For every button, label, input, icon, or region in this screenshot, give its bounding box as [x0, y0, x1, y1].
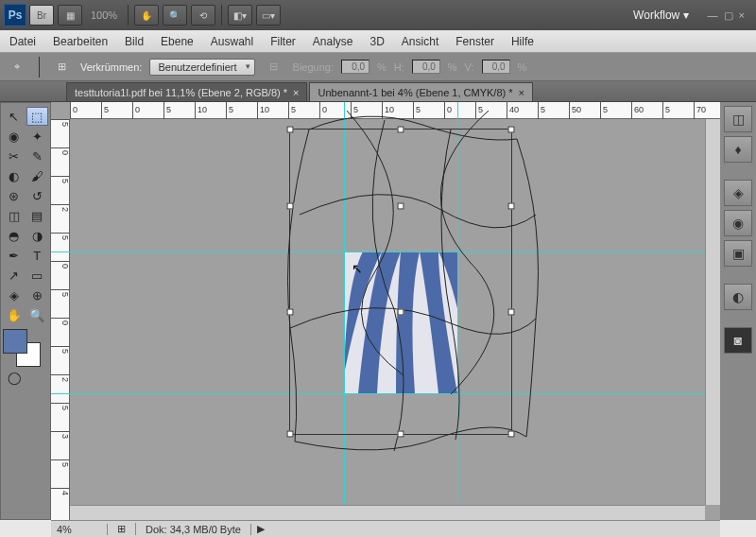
color-swatch[interactable] [3, 329, 46, 367]
menu-ebene[interactable]: Ebene [161, 35, 194, 48]
canvas[interactable]: ↖ [70, 119, 705, 505]
menu-3d[interactable]: 3D [370, 35, 385, 48]
workspace-switcher[interactable]: Workflow ▾ [624, 5, 697, 26]
cursor-icon: ↖ [352, 261, 363, 276]
hand-tool[interactable]: ✋ [3, 305, 26, 324]
h-field[interactable]: 0,0 [412, 60, 440, 74]
menu-bearbeiten[interactable]: Bearbeiten [53, 35, 108, 48]
options-bar: ⌖ ⊞ Verkrümmen: Benutzerdefiniert ⊟ Bieg… [0, 53, 756, 81]
dodge-tool[interactable]: ◑ [26, 226, 49, 245]
mask-tool[interactable]: ◯ [3, 368, 26, 387]
status-bar: 4% ⊞ Dok: 34,3 MB/0 Byte ▶ [51, 520, 720, 537]
document-tab[interactable]: testtutoria1l.pdf bei 11,1% (Ebene 2, RG… [66, 82, 307, 101]
app-logo: Ps [4, 4, 26, 26]
path-tool[interactable]: ↗ [3, 266, 26, 285]
3d-tool[interactable]: ◈ [3, 286, 26, 304]
menu-hilfe[interactable]: Hilfe [511, 35, 534, 48]
status-doc-info[interactable]: Dok: 34,3 MB/0 Byte [136, 524, 251, 535]
bend-label: Biegung: [293, 61, 334, 73]
scrollbar-vertical[interactable] [705, 119, 720, 505]
menu-bar: Datei Bearbeiten Bild Ebene Auswahl Filt… [0, 30, 756, 53]
tab-title: testtutoria1l.pdf bei 11,1% (Ebene 2, RG… [75, 87, 287, 98]
menu-fenster[interactable]: Fenster [455, 35, 494, 48]
tab-title: Unbenannt-1 bei 4% (Ebene 1, CMYK/8) * [318, 87, 512, 98]
orientation-icon[interactable]: ⊟ [263, 58, 285, 77]
workspace: ↖⬚ ◉✦ ✂✎ ◐🖌 ⊛↺ ◫▤ ◓◑ ✒T ↗▭ ◈⊕ ✋🔍 ◯ 05051… [0, 102, 756, 520]
pct: % [377, 61, 387, 73]
gradient-tool[interactable]: ▤ [26, 206, 49, 225]
right-panel-dock: ◫ ♦ ◈ ◉ ▣ ◐ ◙ [720, 102, 756, 520]
history-tool[interactable]: ↺ [26, 186, 49, 205]
status-arrow-icon[interactable]: ▶ [251, 523, 270, 535]
v-label: V: [465, 61, 474, 73]
film-icon[interactable]: ▦ [58, 5, 82, 26]
channels-icon[interactable]: ◉ [724, 210, 752, 236]
blur-tool[interactable]: ◓ [3, 226, 26, 245]
canvas-area: 0505105105051050540550560570 50525050525… [51, 102, 720, 520]
crop-tool[interactable]: ✂ [3, 147, 26, 165]
panel-icon[interactable]: ◫ [724, 106, 752, 132]
tab-close-icon[interactable]: × [519, 87, 524, 98]
wand-tool[interactable]: ✦ [26, 127, 49, 146]
menu-bild[interactable]: Bild [125, 35, 144, 48]
menu-auswahl[interactable]: Auswahl [211, 35, 253, 48]
status-zoom[interactable]: 4% [51, 524, 108, 535]
pct: % [448, 61, 457, 73]
minimize-icon[interactable]: — [708, 9, 718, 22]
close-icon[interactable]: × [739, 9, 745, 22]
zoom-icon[interactable]: 🔍 [163, 5, 187, 26]
divider [221, 5, 222, 26]
eyedropper-tool[interactable]: ✎ [26, 147, 49, 165]
menu-datei[interactable]: Datei [9, 35, 36, 48]
divider [128, 5, 129, 26]
bend-field[interactable]: 0,0 [341, 60, 369, 74]
ruler-vertical[interactable]: 50525050525354 [51, 119, 70, 520]
warp-mesh [252, 102, 555, 479]
camera-icon[interactable]: ◙ [724, 327, 752, 354]
tab-close-icon[interactable]: × [293, 87, 299, 98]
shape-tool[interactable]: ▭ [26, 266, 49, 285]
screen-icon[interactable]: ▭▾ [256, 5, 281, 26]
warp-preset-dropdown[interactable]: Benutzerdefiniert [149, 59, 254, 76]
adjustments-icon[interactable]: ◐ [724, 284, 752, 310]
panel-icon[interactable]: ♦ [724, 136, 752, 163]
arrange-icon[interactable]: ◧▾ [228, 5, 252, 26]
layers-icon[interactable]: ◈ [724, 180, 752, 206]
stamp-tool[interactable]: ⊛ [3, 186, 26, 205]
lasso-tool[interactable]: ◉ [3, 127, 26, 146]
move-tool[interactable]: ↖ [3, 107, 26, 126]
status-icon[interactable]: ⊞ [108, 523, 136, 535]
scrollbar-horizontal[interactable] [70, 505, 705, 520]
grid-icon[interactable]: ⊞ [50, 58, 73, 77]
heal-tool[interactable]: ◐ [3, 166, 26, 185]
menu-analyse[interactable]: Analyse [313, 35, 353, 48]
rotate-icon[interactable]: ⟲ [191, 5, 215, 26]
eraser-tool[interactable]: ◫ [3, 206, 26, 225]
type-tool[interactable]: T [26, 246, 49, 265]
pen-tool[interactable]: ✒ [3, 246, 26, 265]
menu-ansicht[interactable]: Ansicht [402, 35, 438, 48]
pct: % [518, 61, 527, 73]
h-label: H: [394, 61, 404, 73]
warp-label: Verkrümmen: [80, 61, 142, 73]
v-field[interactable]: 0,0 [482, 60, 510, 74]
document-tab[interactable]: Unbenannt-1 bei 4% (Ebene 1, CMYK/8) *× [309, 82, 533, 101]
bridge-icon[interactable]: Br [29, 5, 54, 26]
nav-tool[interactable]: ⊕ [26, 286, 49, 304]
window-controls: — ▢ × [700, 9, 752, 22]
brush-tool[interactable]: 🖌 [26, 166, 49, 185]
tool-preset-icon[interactable]: ⌖ [6, 58, 28, 77]
zoom-display[interactable]: 100% [85, 9, 123, 21]
paths-icon[interactable]: ▣ [724, 240, 752, 267]
document-tabs: testtutoria1l.pdf bei 11,1% (Ebene 2, RG… [0, 81, 756, 102]
menu-filter[interactable]: Filter [270, 35, 296, 48]
hand-icon[interactable]: ✋ [134, 5, 159, 26]
warp-bounding-box[interactable] [289, 129, 512, 435]
title-bar: Ps Br ▦ 100% ✋ 🔍 ⟲ ◧▾ ▭▾ Workflow ▾ — ▢ … [0, 0, 756, 30]
zoom-tool[interactable]: 🔍 [26, 305, 49, 324]
restore-icon[interactable]: ▢ [724, 9, 733, 22]
marquee-tool[interactable]: ⬚ [26, 107, 49, 126]
divider [39, 57, 40, 78]
toolbox: ↖⬚ ◉✦ ✂✎ ◐🖌 ⊛↺ ◫▤ ◓◑ ✒T ↗▭ ◈⊕ ✋🔍 ◯ [0, 102, 51, 520]
